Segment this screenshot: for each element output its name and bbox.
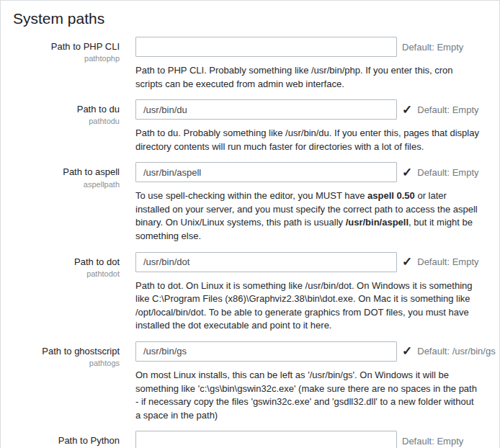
check-icon: ✓ [402, 104, 412, 116]
setting-description: Path to dot. On Linux it is something li… [135, 279, 480, 333]
default-value-label: Default: Empty [417, 104, 478, 115]
setting-description: Path to du. Probably something like /usr… [135, 127, 480, 153]
path-input[interactable] [135, 162, 397, 182]
setting-input-column: ✓ Default: Empty Path to du. Probably so… [135, 99, 499, 153]
setting-row: Path to du pathtodu ✓ Default: Empty Pat… [1, 99, 499, 153]
check-icon: ✓ [402, 166, 412, 179]
default-value-label: Default: Empty [417, 167, 478, 178]
setting-label-column: Path to PHP CLI pathtophp [1, 37, 120, 91]
setting-description: Path to PHP CLI. Probably something like… [135, 64, 480, 91]
setting-input-column: ✓ Default: /usr/bin/gs On most Linux ins… [135, 341, 499, 422]
setting-label-column: Path to ghostscript pathtogs [1, 341, 120, 422]
page-title: System paths [13, 10, 499, 27]
path-input[interactable] [135, 99, 397, 120]
path-input[interactable] [135, 252, 397, 272]
setting-input-column: ✓ Default: Empty Path to PHP CLI. Probab… [135, 37, 499, 91]
setting-row: Path to Python pathtopython ✓ Default: E… [1, 431, 499, 448]
path-input[interactable] [135, 431, 397, 448]
setting-label-column: Path to dot pathtodot [1, 252, 120, 333]
setting-input-line: ✓ Default: /usr/bin/gs [135, 341, 499, 362]
setting-label: Path to du [1, 104, 120, 115]
setting-label: Path to Python [1, 435, 120, 447]
default-value-label: Default: Empty [417, 256, 478, 267]
setting-label: Path to aspell [1, 166, 120, 178]
setting-row: Path to aspell aspellpath ✓ Default: Emp… [1, 162, 499, 243]
setting-id: pathtogs [1, 359, 120, 367]
setting-row: Path to ghostscript pathtogs ✓ Default: … [1, 341, 499, 422]
setting-id: aspellpath [1, 180, 120, 189]
setting-input-line: ✓ Default: Empty [135, 162, 499, 182]
setting-description: On most Linux installs, this can be left… [135, 369, 480, 422]
setting-label-column: Path to aspell aspellpath [1, 162, 120, 243]
check-icon: ✓ [402, 345, 412, 357]
default-value-label: Default: Empty [402, 42, 463, 53]
setting-label: Path to ghostscript [1, 346, 120, 357]
setting-input-line: ✓ Default: Empty [135, 37, 499, 57]
setting-id: pathtophp [1, 54, 120, 63]
setting-input-line: ✓ Default: Empty [135, 252, 499, 272]
setting-label: Path to dot [1, 256, 120, 268]
setting-input-line: ✓ Default: Empty [135, 99, 499, 120]
check-icon: ✓ [402, 256, 412, 268]
setting-input-column: ✓ Default: Empty Path to dot. On Linux i… [135, 252, 499, 333]
path-input[interactable] [135, 37, 397, 57]
path-input[interactable] [135, 341, 397, 362]
setting-label-column: Path to Python pathtopython [1, 431, 120, 448]
setting-description: To use spell-checking within the editor,… [135, 189, 480, 243]
setting-id: pathtodot [1, 269, 120, 278]
setting-input-line: ✓ Default: Empty [135, 431, 499, 448]
setting-label: Path to PHP CLI [1, 41, 120, 53]
setting-row: Path to PHP CLI pathtophp ✓ Default: Emp… [1, 37, 499, 91]
setting-input-column: ✓ Default: Empty To use spell-checking w… [135, 162, 499, 243]
setting-row: Path to dot pathtodot ✓ Default: Empty P… [1, 252, 499, 333]
setting-input-column: ✓ Default: Empty Path to your executable… [135, 431, 499, 448]
setting-label-column: Path to du pathtodu [1, 99, 120, 153]
default-value-label: Default: /usr/bin/gs [417, 346, 495, 357]
default-value-label: Default: Empty [402, 436, 463, 447]
settings-form: Path to PHP CLI pathtophp ✓ Default: Emp… [1, 37, 499, 448]
setting-id: pathtodu [1, 117, 120, 125]
